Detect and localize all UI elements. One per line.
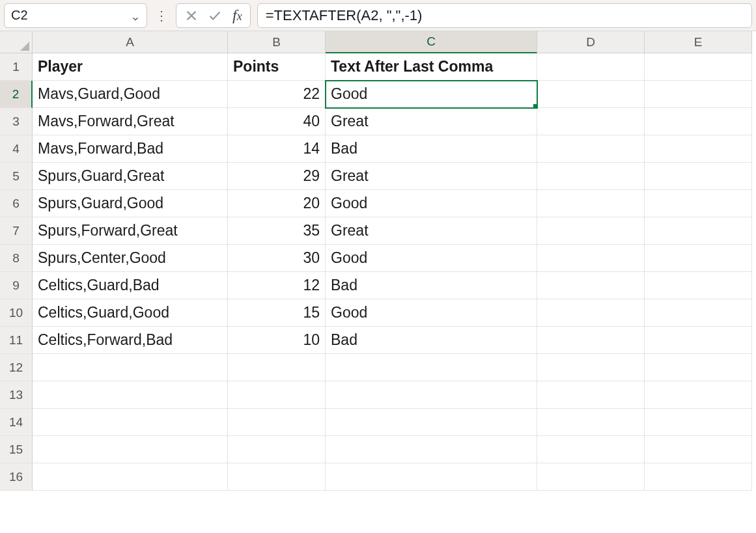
row-header-2[interactable]: 2	[0, 81, 33, 108]
row-header-4[interactable]: 4	[0, 135, 33, 163]
cell-D15[interactable]	[537, 436, 645, 463]
cell-E6[interactable]	[645, 190, 752, 217]
cell-A6[interactable]: Spurs,Guard,Good	[33, 190, 228, 217]
cell-E15[interactable]	[645, 436, 752, 463]
cell-B11[interactable]: 10	[228, 327, 326, 354]
cell-D6[interactable]	[537, 190, 645, 217]
cell-C10[interactable]: Good	[326, 299, 537, 327]
cell-D8[interactable]	[537, 245, 645, 272]
cell-E10[interactable]	[645, 299, 752, 327]
cell-C3[interactable]: Great	[326, 108, 537, 135]
cell-C6[interactable]: Good	[326, 190, 537, 217]
cell-D11[interactable]	[537, 327, 645, 354]
cell-B8[interactable]: 30	[228, 245, 326, 272]
cell-B15[interactable]	[228, 436, 326, 463]
cell-A15[interactable]	[33, 436, 228, 463]
cell-D4[interactable]	[537, 135, 645, 163]
row-header-8[interactable]: 8	[0, 245, 33, 272]
cell-C5[interactable]: Great	[326, 163, 537, 190]
cell-D1[interactable]	[537, 53, 645, 81]
cell-E5[interactable]	[645, 163, 752, 190]
cell-C7[interactable]: Great	[326, 217, 537, 245]
cell-C16[interactable]	[326, 463, 537, 491]
row-header-10[interactable]: 10	[0, 299, 33, 327]
cell-C1[interactable]: Text After Last Comma	[326, 53, 537, 81]
column-header-B[interactable]: B	[228, 31, 326, 53]
cell-B7[interactable]: 35	[228, 217, 326, 245]
cell-D5[interactable]	[537, 163, 645, 190]
column-header-E[interactable]: E	[645, 31, 752, 53]
cell-A16[interactable]	[33, 463, 228, 491]
cell-B3[interactable]: 40	[228, 108, 326, 135]
cell-B10[interactable]: 15	[228, 299, 326, 327]
cell-E14[interactable]	[645, 409, 752, 436]
cell-E3[interactable]	[645, 108, 752, 135]
cell-C11[interactable]: Bad	[326, 327, 537, 354]
cell-B12[interactable]	[228, 354, 326, 381]
cell-C4[interactable]: Bad	[326, 135, 537, 163]
cell-A2[interactable]: Mavs,Guard,Good	[33, 81, 228, 108]
cell-E8[interactable]	[645, 245, 752, 272]
cell-A4[interactable]: Mavs,Forward,Bad	[33, 135, 228, 163]
row-header-1[interactable]: 1	[0, 53, 33, 81]
row-header-9[interactable]: 9	[0, 272, 33, 299]
cell-A10[interactable]: Celtics,Guard,Good	[33, 299, 228, 327]
row-header-6[interactable]: 6	[0, 190, 33, 217]
cell-C9[interactable]: Bad	[326, 272, 537, 299]
cell-B2[interactable]: 22	[228, 81, 326, 108]
row-header-13[interactable]: 13	[0, 381, 33, 409]
cell-E12[interactable]	[645, 354, 752, 381]
cell-E11[interactable]	[645, 327, 752, 354]
cell-C12[interactable]	[326, 354, 537, 381]
cell-B6[interactable]: 20	[228, 190, 326, 217]
cell-A3[interactable]: Mavs,Forward,Great	[33, 108, 228, 135]
cell-D10[interactable]	[537, 299, 645, 327]
row-header-7[interactable]: 7	[0, 217, 33, 245]
cancel-formula-icon[interactable]	[184, 8, 199, 23]
column-header-A[interactable]: A	[33, 31, 228, 53]
cell-A1[interactable]: Player	[33, 53, 228, 81]
cell-D9[interactable]	[537, 272, 645, 299]
cell-B13[interactable]	[228, 381, 326, 409]
cell-A12[interactable]	[33, 354, 228, 381]
formula-input[interactable]: =TEXTAFTER(A2, ",",-1)	[257, 3, 752, 28]
row-header-3[interactable]: 3	[0, 108, 33, 135]
spreadsheet-grid[interactable]: ABCDE1PlayerPointsText After Last Comma2…	[0, 31, 756, 491]
vertical-dots-icon[interactable]: ⋮	[154, 8, 169, 23]
cell-E16[interactable]	[645, 463, 752, 491]
name-box[interactable]: C2	[4, 3, 147, 28]
fx-icon[interactable]: fx	[231, 7, 242, 24]
cell-A8[interactable]: Spurs,Center,Good	[33, 245, 228, 272]
cell-B5[interactable]: 29	[228, 163, 326, 190]
select-all-corner[interactable]	[0, 31, 33, 53]
cell-A9[interactable]: Celtics,Guard,Bad	[33, 272, 228, 299]
cell-B4[interactable]: 14	[228, 135, 326, 163]
chevron-down-icon[interactable]	[131, 11, 140, 20]
cell-C2[interactable]: Good	[326, 81, 537, 108]
cell-A7[interactable]: Spurs,Forward,Great	[33, 217, 228, 245]
cell-C14[interactable]	[326, 409, 537, 436]
cell-E1[interactable]	[645, 53, 752, 81]
row-header-11[interactable]: 11	[0, 327, 33, 354]
cell-D3[interactable]	[537, 108, 645, 135]
cell-A14[interactable]	[33, 409, 228, 436]
cell-C13[interactable]	[326, 381, 537, 409]
cell-A13[interactable]	[33, 381, 228, 409]
row-header-16[interactable]: 16	[0, 463, 33, 491]
cell-D13[interactable]	[537, 381, 645, 409]
cell-E4[interactable]	[645, 135, 752, 163]
cell-A11[interactable]: Celtics,Forward,Bad	[33, 327, 228, 354]
cell-E9[interactable]	[645, 272, 752, 299]
cell-D14[interactable]	[537, 409, 645, 436]
row-header-12[interactable]: 12	[0, 354, 33, 381]
cell-A5[interactable]: Spurs,Guard,Great	[33, 163, 228, 190]
cell-B1[interactable]: Points	[228, 53, 326, 81]
cell-E7[interactable]	[645, 217, 752, 245]
cell-D7[interactable]	[537, 217, 645, 245]
cell-E2[interactable]	[645, 81, 752, 108]
cell-D12[interactable]	[537, 354, 645, 381]
cell-B14[interactable]	[228, 409, 326, 436]
confirm-formula-icon[interactable]	[208, 8, 222, 23]
row-header-14[interactable]: 14	[0, 409, 33, 436]
cell-D16[interactable]	[537, 463, 645, 491]
